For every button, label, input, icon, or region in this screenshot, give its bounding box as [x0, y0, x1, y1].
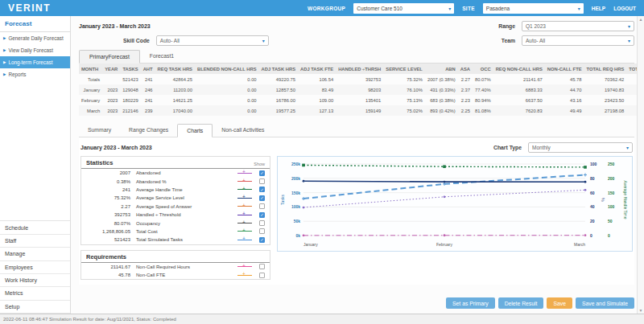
series-line-icon: +	[237, 170, 252, 176]
series-line-icon: +	[237, 212, 252, 218]
table-cell: Totals	[79, 74, 102, 84]
table-cell: 893 (0.42%)	[425, 105, 458, 116]
chart-type-value: Monthly	[532, 145, 551, 150]
svg-text:80: 80	[590, 176, 595, 181]
stat-label: Non-Call Required Hours	[136, 265, 237, 269]
sidebar-item-label: Reports	[8, 72, 26, 77]
table-row: March202321214623917040.000.0019577.2512…	[79, 105, 644, 116]
button-save[interactable]: Save	[547, 297, 572, 309]
svg-text:200k: 200k	[291, 176, 300, 181]
workgroup-select[interactable]: Customer Care 510 ▾	[353, 3, 454, 14]
table-cell: 75.13%	[383, 95, 425, 105]
caret-down-icon: ▾	[628, 38, 630, 43]
table-cell: 0.00	[195, 74, 259, 84]
stat-value: 521423	[86, 237, 136, 242]
logout-link[interactable]: LOGOUT	[613, 6, 636, 11]
help-link[interactable]: HELP	[592, 6, 605, 11]
team-select[interactable]: Auto- All ▾	[522, 35, 634, 46]
show-checkbox-non-call-fte[interactable]	[259, 273, 265, 278]
sidebar-item-staff[interactable]: Staff	[0, 235, 70, 248]
button-delete-result[interactable]: Delete Result	[498, 297, 544, 309]
button-save-and-simulate[interactable]: Save and Simulate	[576, 297, 634, 309]
table-cell: 49220.75	[259, 74, 298, 84]
sidebar-item-view-daily-forecast[interactable]: ▶View Daily Forecast	[0, 44, 70, 56]
table-cell: 683 (0.38%)	[425, 95, 458, 105]
table-cell: 0.00	[195, 84, 259, 95]
column-header-handled-thrsh: HANDLED ÷THRSH	[336, 64, 383, 74]
show-checkbox-abandoned[interactable]	[259, 178, 265, 184]
svg-text:0: 0	[608, 233, 610, 238]
column-header-year: YEAR	[102, 64, 120, 74]
column-header-adj-task-fte: ADJ TASK FTE	[298, 64, 336, 74]
stat-value: 80.07%	[86, 221, 136, 226]
show-checkbox-non-call-required-hours[interactable]	[259, 264, 265, 269]
chart-type-select[interactable]: Monthly ▾	[528, 142, 633, 153]
stat-label: Occupancy	[136, 221, 237, 226]
sidebar-item-long-term-forecast[interactable]: ▶Long-term Forecast	[0, 56, 70, 68]
site-select[interactable]: Pasadena ▾	[483, 3, 584, 14]
show-checkbox-occupancy[interactable]	[259, 220, 265, 226]
show-checkbox-average-service-level[interactable]: ✓	[259, 195, 265, 201]
table-cell: 431 (0.33%)	[425, 84, 458, 95]
detail-tabs: SummaryRange ChangesChartsNon-call Activ…	[79, 124, 634, 137]
stat-label: Non-Call FTE	[136, 273, 237, 277]
svg-text:Average Handle Time: Average Handle Time	[623, 181, 628, 219]
skill-code-select[interactable]: Auto- All ▾	[156, 35, 269, 46]
tab-charts[interactable]: Charts	[177, 124, 213, 137]
series-line-icon: +	[237, 273, 252, 278]
table-row: Totals52142324142864.250.0049220.75106.5…	[79, 74, 644, 84]
scroll-up-icon[interactable]: ▲	[639, 17, 643, 22]
svg-text:250k: 250k	[291, 162, 300, 166]
show-checkbox-average-handle-time[interactable]: ✓	[259, 187, 265, 192]
sidebar-section-forecast[interactable]: Forecast	[0, 16, 70, 32]
series-line-icon: +	[237, 203, 252, 209]
svg-text:250: 250	[608, 162, 615, 166]
range-select[interactable]: Q1 2023 ▾	[522, 21, 634, 31]
table-row: January202312904824611203.000.0012857.50…	[79, 84, 644, 95]
svg-text:%: %	[601, 198, 605, 202]
table-cell: 75.02%	[383, 105, 425, 116]
svg-text:200: 200	[608, 176, 615, 181]
svg-text:Tasks: Tasks	[280, 195, 285, 205]
show-checkbox-abandoned[interactable]: ✓	[259, 170, 265, 176]
table-cell: 7620.83	[493, 105, 545, 116]
table-cell: January	[79, 84, 102, 95]
scroll-down-icon[interactable]: ▼	[639, 308, 643, 313]
sidebar-item-reports[interactable]: ▶Reports	[0, 68, 70, 80]
svg-text:0k: 0k	[295, 233, 300, 238]
tab-summary[interactable]: Summary	[79, 124, 120, 137]
site-value: Pasadena	[486, 6, 510, 11]
stat-row-average-speed-of-answer: 2.27Average Speed of Answer+	[81, 203, 270, 211]
column-header-occ: OCC	[473, 64, 493, 74]
show-checkbox-average-speed-of-answer[interactable]	[259, 203, 265, 209]
show-checkbox-handled-threshold[interactable]: ✓	[259, 212, 265, 218]
sidebar-item-metrics[interactable]: Metrics	[0, 287, 70, 300]
column-header-blended-non-call-hrs: BLENDED NON-CALL HRS	[195, 64, 259, 74]
table-cell: 239	[141, 105, 155, 116]
stat-label: Abandoned %	[136, 179, 237, 184]
show-checkbox-total-cost[interactable]	[259, 228, 265, 234]
sidebar-item-employees[interactable]: Employees	[0, 261, 70, 274]
svg-text:60: 60	[590, 191, 595, 195]
sidebar-bottom-nav: ScheduleStaffManageEmployeesWork History…	[0, 220, 70, 314]
caret-down-icon: ▾	[626, 145, 629, 150]
sidebar-item-setup[interactable]: Setup	[0, 301, 70, 314]
sidebar-item-work-history[interactable]: Work History	[0, 274, 70, 287]
tab-primaryforecast[interactable]: PrimaryForecast	[79, 50, 140, 64]
svg-text:100: 100	[608, 204, 615, 209]
tab-non-call-activities[interactable]: Non-call Activities	[213, 124, 273, 137]
vertical-scrollbar[interactable]: ▲ ▼	[637, 16, 644, 314]
skill-code-label: Skill Code	[123, 38, 150, 43]
table-cell: 109.00	[298, 95, 336, 105]
tab-range-changes[interactable]: Range Changes	[120, 124, 177, 137]
tab-forecast1[interactable]: Forecast1	[140, 50, 184, 63]
chevron-right-icon: ▶	[3, 48, 6, 52]
sidebar-item-schedule[interactable]: Schedule	[0, 221, 70, 234]
team-label: Team	[502, 38, 515, 43]
sidebar-item-generate-daily-forecast[interactable]: ▶Generate Daily Forecast	[0, 32, 70, 44]
show-checkbox-total-simulated-tasks[interactable]: ✓	[259, 237, 265, 243]
action-buttons: Set as PrimaryDelete ResultSaveSave and …	[79, 297, 634, 309]
button-set-as-primary[interactable]: Set as Primary	[446, 297, 495, 309]
sidebar-item-manage[interactable]: Manage	[0, 248, 70, 260]
table-cell: 241	[141, 95, 155, 105]
